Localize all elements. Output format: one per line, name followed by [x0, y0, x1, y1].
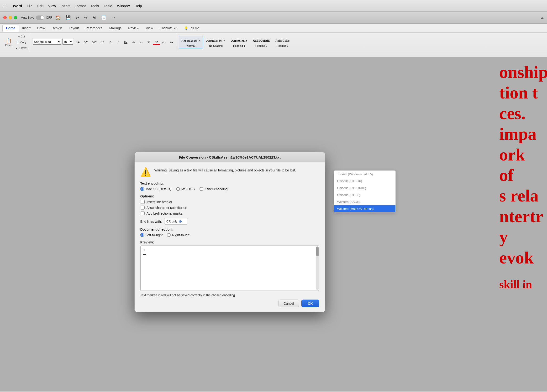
document-area: onship tion t ces. impa ork of s rela nt… — [0, 57, 547, 391]
paste-button[interactable]: 📋 Paste — [4, 37, 13, 47]
autosave-area: AutoSave OFF — [21, 15, 52, 20]
encoding-radio-group: Mac OS (Default) MS-DOS Other encoding: … — [140, 187, 319, 191]
encoding-turkish[interactable]: Turkish (Windows Latin 5) — [334, 171, 396, 178]
menu-table[interactable]: Table — [101, 3, 115, 9]
insert-linebreaks-checkbox[interactable] — [141, 200, 145, 204]
autosave-toggle[interactable] — [36, 15, 44, 20]
menu-file[interactable]: File — [24, 3, 35, 9]
menu-window[interactable]: Window — [115, 3, 132, 9]
tab-review[interactable]: Review — [125, 25, 143, 32]
undo-icon[interactable]: ↩ — [74, 14, 80, 21]
highlight-button[interactable]: 🖊▾ — [160, 39, 168, 45]
encoding-western-ascii[interactable]: Western (ASCII) — [334, 198, 396, 205]
tab-endnote[interactable]: EndNote 20 — [156, 25, 181, 32]
italic-button[interactable]: I — [115, 39, 122, 45]
direction-rtl-option[interactable]: Right-to-left — [167, 233, 189, 237]
subscript-button[interactable]: X₂ — [137, 39, 145, 45]
checkbox-allow-substitution[interactable]: Allow character substitution — [141, 206, 319, 210]
options-checkboxes: Insert line breaks Allow character subst… — [141, 200, 319, 215]
minimize-button[interactable] — [9, 16, 12, 19]
menu-word[interactable]: Word — [11, 3, 24, 9]
tab-mailings[interactable]: Mailings — [106, 25, 125, 32]
encoding-msdos-option[interactable]: MS-DOS — [176, 187, 195, 191]
tab-home[interactable]: Home — [2, 25, 19, 32]
bidirectional-checkbox[interactable] — [141, 212, 145, 215]
encoding-other-option[interactable]: Other encoding: — [199, 187, 229, 191]
tab-insert[interactable]: Insert — [19, 25, 34, 32]
more-icon[interactable]: ··· — [110, 14, 116, 21]
style-no-spacing[interactable]: AaBbCcDdEe No Spacing — [204, 36, 228, 48]
ribbon-tabs: Home Insert Draw Design Layout Reference… — [0, 24, 547, 33]
home-icon[interactable]: 🏠 — [54, 14, 62, 21]
clear-formatting-button[interactable]: A✕ — [99, 39, 106, 45]
style-heading1[interactable]: AaBbCcDc Heading 1 — [228, 36, 250, 48]
format-painter-button[interactable]: 🖌 Format — [14, 46, 29, 50]
preview-scrollbar[interactable] — [316, 246, 319, 290]
menu-bar: ⌘ Word File Edit View Insert Format Tool… — [0, 0, 547, 12]
titlebar-right: ☁ — [540, 16, 544, 19]
style-heading2[interactable]: AaBbCcDdE Heading 2 — [250, 36, 273, 48]
strikethrough-button[interactable]: ab — [130, 39, 137, 45]
ok-button[interactable]: OK — [301, 300, 319, 307]
style-normal[interactable]: AaBbCcDdEe Normal — [179, 36, 203, 48]
cancel-button[interactable]: Cancel — [279, 300, 299, 307]
encoding-utf16[interactable]: Unicode (UTF-16) — [334, 178, 396, 185]
underline-button[interactable]: U▾ — [122, 39, 129, 45]
bidirectional-label: Add bi-directional marks — [147, 212, 182, 215]
autosave-label: AutoSave — [21, 16, 34, 19]
menu-tools[interactable]: Tools — [88, 3, 101, 9]
print-icon[interactable]: 🖨 — [91, 14, 98, 21]
checkbox-insert-linebreaks[interactable]: Insert line breaks — [141, 200, 319, 204]
apple-menu[interactable]: ⌘ — [2, 3, 7, 8]
menu-format[interactable]: Format — [72, 3, 88, 9]
redo-icon[interactable]: ↪ — [82, 14, 89, 21]
increase-font-button[interactable]: A▲ — [74, 39, 81, 45]
tab-tellme[interactable]: 💡 Tell me — [181, 25, 203, 32]
tab-view[interactable]: View — [143, 25, 156, 32]
close-button[interactable] — [3, 16, 7, 19]
encoding-utf16be[interactable]: Unicode (UTF-16BE) — [334, 185, 396, 192]
toggle-knob — [41, 16, 44, 19]
direction-rtl-radio[interactable] — [167, 233, 171, 237]
decrease-font-button[interactable]: A▼ — [82, 39, 89, 45]
text-shading-button[interactable]: A▾ — [168, 39, 175, 45]
menu-view[interactable]: View — [46, 3, 58, 9]
encoding-msdos-radio[interactable] — [176, 187, 180, 191]
allow-substitution-label: Allow character substitution — [147, 206, 187, 210]
cut-button[interactable]: ✂ Cut — [14, 34, 29, 39]
copy-button[interactable]: 📄 Copy — [14, 40, 29, 45]
font-size-select[interactable]: 10 — [62, 39, 73, 45]
direction-ltr-option[interactable]: Left-to-right — [140, 233, 163, 237]
checkbox-bidirectional[interactable]: Add bi-directional marks — [141, 212, 319, 215]
bold-button[interactable]: B — [107, 39, 114, 45]
encoding-utf8[interactable]: Unicode (UTF-8) — [334, 192, 396, 198]
menu-help[interactable]: Help — [132, 3, 144, 9]
font-color-button[interactable]: A▾ — [153, 39, 160, 45]
style-heading3[interactable]: AaBbCcDc Heading 3 — [273, 36, 292, 48]
font-family-select[interactable]: SabonLTStd — [33, 39, 61, 45]
tab-design[interactable]: Design — [48, 25, 66, 32]
maximize-button[interactable] — [14, 16, 17, 19]
preview-scrollbar-thumb — [316, 247, 319, 256]
menu-edit[interactable]: Edit — [35, 3, 46, 9]
end-lines-select[interactable]: CR only ⊕ — [164, 218, 188, 225]
encoding-macos-option[interactable]: Mac OS (Default) — [140, 187, 171, 191]
superscript-button[interactable]: X² — [145, 39, 152, 45]
encoding-other-radio[interactable] — [199, 187, 203, 191]
font-case-button[interactable]: Aa▾ — [91, 39, 98, 45]
titlebar-controls: AutoSave OFF 🏠 💾 ↩ ↪ 🖨 📄 ··· — [21, 14, 540, 21]
dialog-buttons: Cancel OK — [140, 300, 319, 307]
save-icon[interactable]: 💾 — [64, 14, 72, 21]
menu-insert[interactable]: Insert — [58, 3, 72, 9]
share-icon[interactable]: ☁ — [540, 16, 544, 19]
direction-ltr-radio[interactable] — [140, 233, 144, 237]
allow-substitution-checkbox[interactable] — [141, 206, 145, 210]
tab-references[interactable]: References — [82, 25, 106, 32]
ribbon-group-clipboard: 📋 Paste ✂ Cut 📄 Copy 🖌 Format — [2, 34, 30, 51]
encoding-western-macos[interactable]: Western (Mac OS Roman) — [334, 205, 396, 212]
encoding-macos-radio[interactable] — [140, 187, 144, 191]
style-normal-label: Normal — [187, 44, 195, 47]
tab-layout[interactable]: Layout — [65, 25, 82, 32]
reading-icon[interactable]: 📄 — [100, 14, 108, 21]
tab-draw[interactable]: Draw — [34, 25, 48, 32]
